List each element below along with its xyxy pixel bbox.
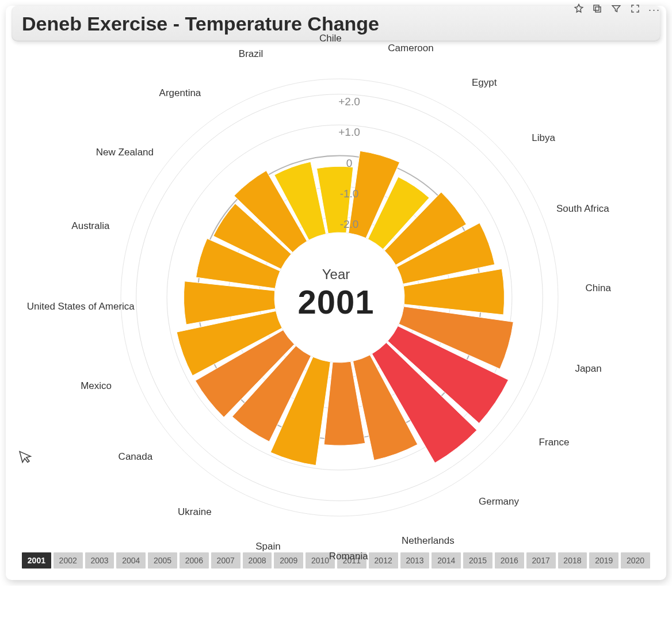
year-button-2016[interactable]: 2016 xyxy=(495,552,524,569)
year-button-2010[interactable]: 2010 xyxy=(306,552,335,569)
year-button-2009[interactable]: 2009 xyxy=(274,552,303,569)
filter-icon[interactable] xyxy=(610,3,622,16)
year-button-2011[interactable]: 2011 xyxy=(337,552,366,569)
year-button-2012[interactable]: 2012 xyxy=(369,552,398,569)
year-button-2018[interactable]: 2018 xyxy=(558,552,587,569)
year-button-2008[interactable]: 2008 xyxy=(243,552,272,569)
year-button-2007[interactable]: 2007 xyxy=(211,552,240,569)
year-button-2020[interactable]: 2020 xyxy=(621,552,650,569)
chart-title: Deneb Exercise - Temperature Change xyxy=(22,13,379,35)
year-button-2003[interactable]: 2003 xyxy=(85,552,114,569)
pin-icon[interactable] xyxy=(574,3,584,16)
year-button-2001[interactable]: 2001 xyxy=(22,552,51,569)
year-button-2017[interactable]: 2017 xyxy=(526,552,556,569)
year-button-2014[interactable]: 2014 xyxy=(432,552,461,569)
svg-point-7 xyxy=(274,232,404,363)
more-icon[interactable]: ··· xyxy=(648,4,660,16)
visual-toolbar: ··· xyxy=(574,3,660,16)
year-button-2002[interactable]: 2002 xyxy=(54,552,83,569)
copy-icon[interactable] xyxy=(592,3,602,16)
year-button-2004[interactable]: 2004 xyxy=(116,552,146,569)
chart-area: Year 2001 +2.0+1.00-1.0-2.0 CameroonEgyp… xyxy=(6,41,666,548)
visual-card: ··· Deneb Exercise - Temperature Change … xyxy=(6,6,666,580)
year-button-2013[interactable]: 2013 xyxy=(400,552,430,569)
svg-rect-0 xyxy=(595,7,601,12)
year-button-2015[interactable]: 2015 xyxy=(463,552,492,569)
focus-icon[interactable] xyxy=(630,3,640,16)
year-button-2005[interactable]: 2005 xyxy=(148,552,177,569)
svg-rect-1 xyxy=(594,5,599,10)
year-button-2006[interactable]: 2006 xyxy=(180,552,209,569)
year-slicer: 2001200220032004200520062007200820092010… xyxy=(6,548,666,580)
title-bar: Deneb Exercise - Temperature Change xyxy=(12,6,660,41)
year-button-2019[interactable]: 2019 xyxy=(589,552,618,569)
radial-chart-svg xyxy=(6,41,666,548)
